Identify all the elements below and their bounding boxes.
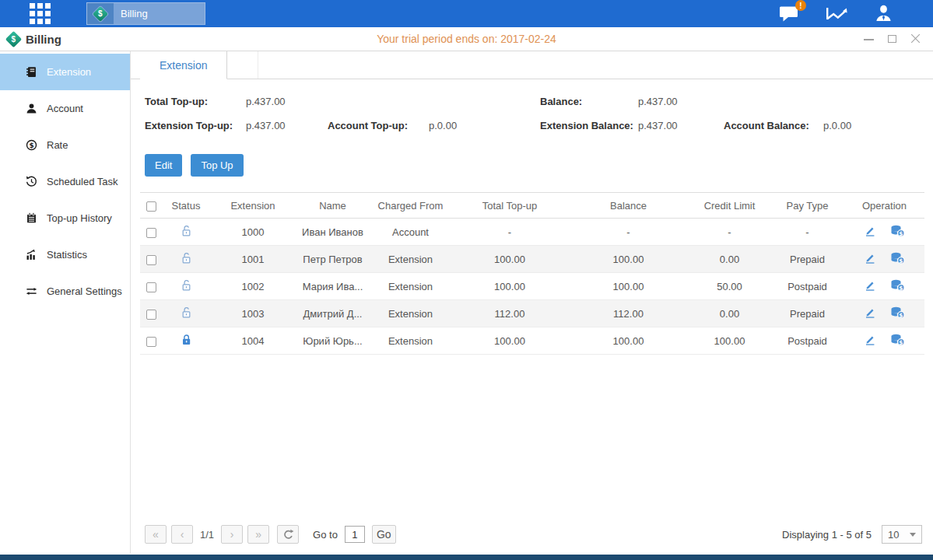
window-title-area: $ Billing <box>8 33 61 46</box>
sidebar-item-label: Rate <box>47 139 68 151</box>
page-size-select[interactable]: 10 <box>882 525 922 544</box>
sidebar-item-scheduled-task[interactable]: Scheduled Task <box>0 163 130 200</box>
cell-operation: $ <box>844 327 924 355</box>
table-row-extension-1001: 1001Петр ПетровExtension100.00100.000.00… <box>140 246 924 273</box>
edit-pencil-icon[interactable] <box>864 225 876 237</box>
cell-operation: $ <box>844 273 924 300</box>
topup-history-icon <box>25 212 37 224</box>
sidebar-item-rate[interactable]: $Rate <box>0 127 130 163</box>
cell-balance: 112.00 <box>568 300 689 327</box>
system-topbar: $ Billing ! <box>0 0 933 27</box>
taskbar-tab-label: Billing <box>121 8 148 19</box>
cell-charged-from: Extension <box>370 273 451 300</box>
table-row-extension-1004: 1004Юрий Юрь...Extension100.00100.00100.… <box>140 327 924 355</box>
lock-closed-icon <box>181 334 192 346</box>
sidebar-item-general-settings[interactable]: General Settings <box>0 273 130 310</box>
cell-charged-from: Extension <box>370 327 451 355</box>
window-controls <box>864 34 921 44</box>
cell-name: Дмитрий Д... <box>296 300 370 327</box>
next-page-button[interactable]: › <box>221 525 243 544</box>
pagination-bar: « ‹ 1/1 › » Go to Go Displaying 1 - 5 of… <box>131 520 933 554</box>
sidebar-item-extension[interactable]: Extension <box>0 54 130 90</box>
apps-grid-icon[interactable] <box>30 3 51 24</box>
sidebar-item-account[interactable]: Account <box>0 90 130 127</box>
extension-balance-label: Extension Balance: <box>540 120 638 131</box>
displaying-text: Displaying 1 - 5 of 5 <box>782 529 872 541</box>
edit-pencil-icon[interactable] <box>864 334 876 346</box>
cell-charged-from: Extension <box>370 246 451 273</box>
sidebar-item-label: General Settings <box>47 285 122 297</box>
resource-monitor-icon[interactable] <box>826 5 848 22</box>
maximize-button[interactable] <box>887 34 897 44</box>
messages-chat-icon[interactable]: ! <box>779 5 799 22</box>
tab-extension[interactable]: Extension <box>140 51 227 79</box>
billing-diamond-icon: $ <box>87 3 114 24</box>
edit-button[interactable]: Edit <box>145 154 182 177</box>
cell-extension: 1000 <box>210 219 296 246</box>
cell-operation: $ <box>844 246 924 273</box>
row-checkbox[interactable] <box>146 282 156 292</box>
scheduled-task-icon <box>25 176 37 187</box>
last-page-button[interactable]: » <box>247 525 269 544</box>
cell-total-topup: 100.00 <box>451 273 568 300</box>
balance-value: p.437.00 <box>638 96 678 107</box>
cell-total-topup: 100.00 <box>451 327 568 355</box>
notification-badge: ! <box>795 0 806 11</box>
cell-pay-type: Postpaid <box>770 327 844 355</box>
row-checkbox[interactable] <box>146 255 156 265</box>
sidebar-item-label: Account <box>47 103 83 114</box>
column-header-extension: Extension <box>210 193 296 219</box>
minimize-button[interactable] <box>864 34 874 44</box>
sidebar-item-statistics[interactable]: Statistics <box>0 236 130 273</box>
table-row-extension-1003: 1003Дмитрий Д...Extension112.00112.000.0… <box>140 300 924 327</box>
account-icon <box>25 103 37 114</box>
extension-icon <box>25 66 37 78</box>
total-topup-label: Total Top-up: <box>145 96 246 107</box>
edit-pencil-icon[interactable] <box>864 306 876 319</box>
cell-status <box>162 300 210 327</box>
sidebar-item-top-up-history[interactable]: Top-up History <box>0 200 130 236</box>
cell-extension: 1003 <box>210 300 296 327</box>
refresh-button[interactable] <box>277 525 299 544</box>
topup-coins-icon[interactable]: $ <box>890 225 905 237</box>
prev-page-button[interactable]: ‹ <box>171 525 193 544</box>
column-header-total-top-up: Total Top-up <box>451 193 568 219</box>
topup-coins-icon[interactable]: $ <box>890 306 905 319</box>
table-row-extension-1000: 1000Иван ИвановAccount----$ <box>140 219 924 246</box>
cell-charged-from: Extension <box>370 300 451 327</box>
row-checkbox[interactable] <box>146 337 156 347</box>
row-checkbox[interactable] <box>146 310 156 320</box>
table-body: 1000Иван ИвановAccount----$1001Петр Петр… <box>140 219 924 355</box>
cell-pay-type: Postpaid <box>770 273 844 300</box>
topup-coins-icon[interactable]: $ <box>890 334 905 346</box>
topbar-actions: ! <box>779 5 893 23</box>
account-balance-label: Account Balance: <box>724 120 823 131</box>
column-header-name: Name <box>296 193 370 219</box>
cell-extension: 1002 <box>210 273 296 300</box>
edit-pencil-icon[interactable] <box>864 252 876 264</box>
taskbar-tab-billing[interactable]: $ Billing <box>86 2 205 25</box>
goto-page-input[interactable] <box>345 526 365 543</box>
cell-name: Петр Петров <box>296 246 370 273</box>
cell-status <box>162 219 210 246</box>
cell-operation: $ <box>844 300 924 327</box>
sidebar-item-label: Statistics <box>47 249 87 261</box>
cell-extension: 1001 <box>210 246 296 273</box>
row-checkbox[interactable] <box>146 228 156 238</box>
select-all-checkbox[interactable] <box>146 201 156 212</box>
close-button[interactable] <box>910 34 921 44</box>
top-up-button[interactable]: Top Up <box>191 154 243 177</box>
topup-coins-icon[interactable]: $ <box>890 279 905 292</box>
svg-text:$: $ <box>899 229 903 236</box>
general-settings-icon <box>25 285 37 297</box>
cell-name: Иван Иванов <box>296 219 370 246</box>
topup-coins-icon[interactable]: $ <box>890 252 905 264</box>
lock-open-icon <box>181 252 192 264</box>
svg-text:$: $ <box>29 142 33 149</box>
cell-pay-type: - <box>770 219 844 246</box>
user-account-icon[interactable] <box>875 5 893 23</box>
tab-strip-divider <box>227 51 258 79</box>
first-page-button[interactable]: « <box>145 525 167 544</box>
go-button[interactable]: Go <box>372 525 396 544</box>
edit-pencil-icon[interactable] <box>864 279 876 292</box>
